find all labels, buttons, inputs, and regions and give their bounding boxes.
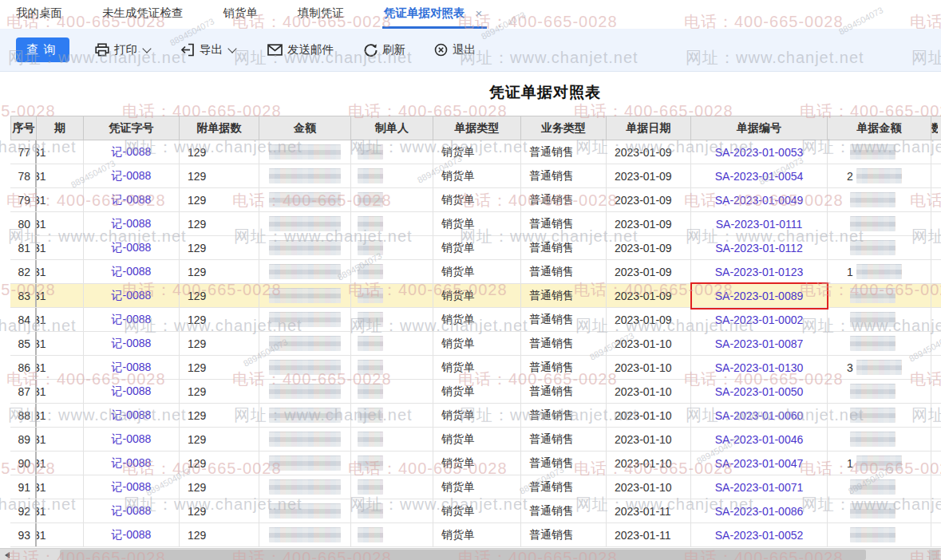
- send-mail-button[interactable]: 发送邮件: [267, 42, 334, 57]
- refresh-button[interactable]: 刷新: [364, 42, 405, 57]
- cell-date: 2023-01-09: [607, 164, 691, 187]
- query-button[interactable]: 查询: [16, 37, 69, 62]
- voucher-link[interactable]: 记-0088: [112, 169, 152, 183]
- table-row[interactable]: 8231记-0088129销货单普通销售2023-01-09SA-2023-01…: [10, 260, 941, 284]
- cell-date: 2023-01-10: [607, 356, 691, 379]
- redacted-amount: [269, 168, 341, 183]
- voucher-link[interactable]: 记-0088: [112, 361, 152, 375]
- cell-attach: 129: [180, 212, 259, 235]
- cell-doc-type: 销货单: [433, 428, 521, 451]
- page-title: 凭证单据对照表: [489, 82, 601, 103]
- doc-no-link[interactable]: SA-2023-01-0046: [715, 433, 804, 446]
- redacted-maker: [358, 527, 383, 542]
- cell-doc-no: SA-2023-01-0052: [691, 523, 828, 546]
- doc-no-link[interactable]: SA-2023-01-0002: [715, 314, 804, 326]
- voucher-link[interactable]: 记-0088: [112, 432, 152, 447]
- redacted-amount: [269, 336, 341, 351]
- cell-attach: 129: [180, 452, 259, 475]
- doc-no-link[interactable]: SA-2023-01-0060: [715, 409, 804, 422]
- cell-doc-no: SA-2023-01-0086: [691, 499, 828, 523]
- table-row[interactable]: 7831记-0088129销货单普通销售2023-01-09SA-2023-01…: [10, 164, 941, 188]
- doc-no-link[interactable]: SA-2023-01-0130: [715, 361, 804, 374]
- voucher-link[interactable]: 记-0088: [112, 145, 152, 160]
- voucher-link[interactable]: 记-0088: [112, 480, 152, 495]
- doc-no-link[interactable]: SA-2023-01-0087: [715, 337, 804, 350]
- table-row[interactable]: 9331记-0088129销货单普通销售2023-01-11SA-2023-01…: [10, 523, 941, 547]
- table-row[interactable]: 7931记-0088129销货单普通销售2023-01-09SA-2023-01…: [10, 188, 941, 212]
- scrollbar-thumb[interactable]: [60, 550, 866, 560]
- cell-biz-type: 普通销售: [521, 332, 607, 355]
- column-header-attach: 附单据数: [180, 116, 259, 140]
- doc-no-link[interactable]: SA-2023-01-0111: [716, 218, 802, 231]
- doc-no-link[interactable]: SA-2023-01-0052: [715, 529, 804, 542]
- doc-no-link[interactable]: SA-2023-01-0053: [715, 146, 804, 159]
- table-row[interactable]: 8931记-0088129销货单普通销售2023-01-10SA-2023-01…: [10, 428, 941, 452]
- tab-fill-voucher[interactable]: 填制凭证: [296, 0, 346, 29]
- doc-no-link[interactable]: SA-2023-01-0123: [715, 266, 804, 278]
- doc-no-link[interactable]: SA-2023-01-0071: [715, 481, 804, 494]
- redacted-amount: [269, 216, 341, 231]
- doc-no-link[interactable]: SA-2023-01-0050: [715, 385, 804, 398]
- tab-my-desktop[interactable]: 我的桌面: [14, 0, 64, 29]
- doc-no-link[interactable]: SA-2023-01-0086: [715, 505, 804, 518]
- table-row[interactable]: 8731记-0088129销货单普通销售2023-01-10SA-2023-01…: [10, 380, 941, 404]
- tab-sales-order[interactable]: 销货单: [222, 0, 260, 29]
- voucher-link[interactable]: 记-0088: [112, 313, 152, 327]
- cell-amount: [259, 499, 351, 523]
- cell-period: 31: [37, 140, 84, 164]
- print-button[interactable]: 打印: [95, 42, 150, 57]
- doc-no-link[interactable]: SA-2023-01-0112: [715, 242, 802, 254]
- column-header-seq: 序号: [10, 116, 37, 140]
- voucher-link[interactable]: 记-0088: [112, 528, 152, 542]
- table-row[interactable]: 8831记-0088129销货单普通销售2023-01-10SA-2023-01…: [10, 404, 941, 428]
- cell-attach: 129: [180, 188, 259, 211]
- exit-button[interactable]: 退出: [434, 42, 476, 57]
- redacted-amount: [269, 360, 341, 375]
- voucher-link[interactable]: 记-0088: [112, 265, 152, 279]
- close-tab-icon[interactable]: ×: [476, 6, 483, 20]
- tab-voucher-doc-comparison[interactable]: 凭证单据对照表 ×: [382, 0, 487, 29]
- cell-extra: [931, 452, 941, 475]
- export-button[interactable]: 导出: [180, 42, 235, 57]
- table-row[interactable]: 8131记-0088129销货单普通销售2023-01-09SA-2023-01…: [10, 236, 941, 260]
- cell-doc-type: 销货单: [433, 475, 521, 499]
- voucher-link[interactable]: 记-0088: [112, 504, 152, 519]
- cell-doc-amount: [828, 236, 931, 259]
- table-row[interactable]: 8031记-0088129销货单普通销售2023-01-09SA-2023-01…: [10, 212, 941, 236]
- cell-voucher: 记-0088: [84, 140, 180, 164]
- table-row[interactable]: 8531记-0088129销货单普通销售2023-01-10SA-2023-01…: [10, 332, 941, 356]
- scroll-left-arrow-icon[interactable]: [5, 552, 10, 558]
- horizontal-scrollbar[interactable]: [0, 548, 941, 560]
- table-row[interactable]: 7731记-0088129销货单普通销售2023-01-09SA-2023-01…: [10, 140, 941, 164]
- cell-extra: [931, 404, 941, 427]
- voucher-link[interactable]: 记-0088: [112, 385, 152, 399]
- table-row[interactable]: 9031记-0088129销货单普通销售2023-01-10SA-2023-01…: [10, 452, 941, 475]
- cell-attach: 129: [180, 404, 259, 427]
- cell-voucher: 记-0088: [84, 499, 180, 523]
- voucher-link[interactable]: 记-0088: [112, 289, 152, 303]
- voucher-link[interactable]: 记-0088: [112, 456, 152, 471]
- redacted-amount: [269, 384, 341, 399]
- table-row[interactable]: 9131记-0088129销货单普通销售2023-01-10SA-2023-01…: [10, 475, 941, 499]
- doc-no-link[interactable]: SA-2023-01-0047: [715, 457, 804, 470]
- cell-amount: [259, 140, 351, 164]
- cell-period: 31: [37, 380, 84, 403]
- tab-voucher-check[interactable]: 未生成凭证检查: [101, 0, 185, 29]
- cell-extra: [931, 308, 941, 331]
- scrollbar-corner: [929, 550, 939, 560]
- table-row[interactable]: 8431记-0088129销货单普通销售2023-01-09SA-2023-01…: [10, 308, 941, 332]
- table-row[interactable]: 8631记-0088129销货单普通销售2023-01-10SA-2023-01…: [10, 356, 941, 380]
- cell-attach: 129: [180, 260, 259, 283]
- voucher-link[interactable]: 记-0088: [112, 193, 152, 207]
- voucher-link[interactable]: 记-0088: [112, 217, 152, 231]
- column-header-doc-type: 单据类型: [433, 116, 521, 140]
- doc-no-link[interactable]: SA-2023-01-0049: [715, 194, 804, 207]
- cell-maker: [351, 475, 433, 499]
- voucher-link[interactable]: 记-0088: [112, 337, 152, 351]
- cell-doc-type: 销货单: [433, 452, 521, 475]
- voucher-link[interactable]: 记-0088: [112, 241, 152, 255]
- voucher-link[interactable]: 记-0088: [112, 408, 152, 423]
- doc-no-link[interactable]: SA-2023-01-0054: [715, 170, 804, 183]
- redacted-doc-amount: [856, 168, 902, 183]
- table-row[interactable]: 9231记-0088129销货单普通销售2023-01-11SA-2023-01…: [10, 499, 941, 523]
